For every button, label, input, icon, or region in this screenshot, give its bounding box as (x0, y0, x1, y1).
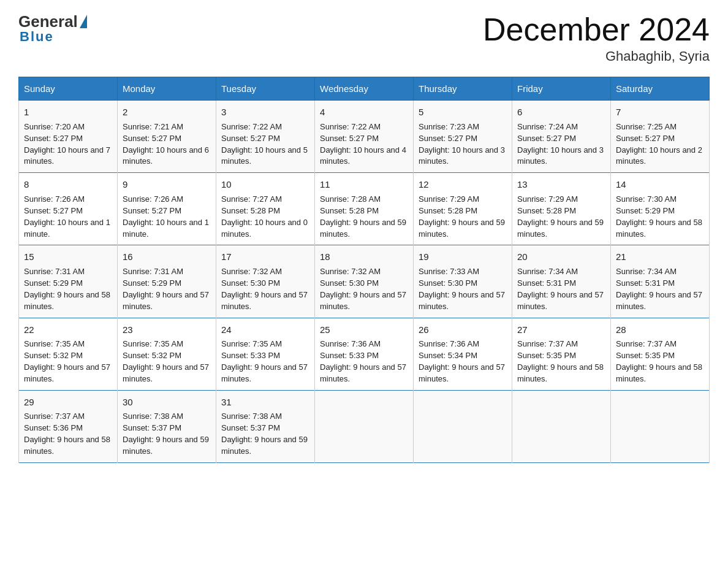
day-number: 3 (221, 105, 309, 119)
calendar-cell: 20Sunrise: 7:34 AMSunset: 5:31 PMDayligh… (512, 245, 611, 318)
title-block: December 2024 Ghabaghib, Syria (483, 12, 710, 64)
day-number: 15 (24, 250, 112, 264)
logo-triangle-icon (80, 15, 87, 28)
header-wednesday: Wednesday (315, 77, 414, 101)
day-number: 24 (221, 323, 309, 337)
day-info: Sunrise: 7:34 AMSunset: 5:31 PMDaylight:… (517, 267, 604, 311)
day-number: 17 (221, 250, 309, 264)
header-tuesday: Tuesday (216, 77, 315, 101)
day-number: 4 (320, 105, 408, 119)
calendar-cell: 18Sunrise: 7:32 AMSunset: 5:30 PMDayligh… (315, 245, 414, 318)
day-info: Sunrise: 7:37 AMSunset: 5:35 PMDaylight:… (517, 339, 604, 383)
calendar-table: Sunday Monday Tuesday Wednesday Thursday… (18, 77, 710, 463)
header-friday: Friday (512, 77, 611, 101)
header-thursday: Thursday (414, 77, 512, 101)
calendar-cell: 28Sunrise: 7:37 AMSunset: 5:35 PMDayligh… (611, 318, 710, 390)
day-number: 7 (616, 105, 704, 119)
day-info: Sunrise: 7:24 AMSunset: 5:27 PMDaylight:… (517, 122, 604, 166)
calendar-week-row: 15Sunrise: 7:31 AMSunset: 5:29 PMDayligh… (19, 245, 710, 318)
calendar-subtitle: Ghabaghib, Syria (483, 48, 710, 64)
day-number: 23 (123, 323, 211, 337)
day-number: 6 (517, 105, 605, 119)
calendar-cell: 3Sunrise: 7:22 AMSunset: 5:27 PMDaylight… (216, 101, 315, 173)
day-number: 30 (123, 396, 211, 409)
calendar-cell: 5Sunrise: 7:23 AMSunset: 5:27 PMDaylight… (414, 101, 512, 173)
calendar-cell: 29Sunrise: 7:37 AMSunset: 5:36 PMDayligh… (19, 390, 118, 462)
day-info: Sunrise: 7:37 AMSunset: 5:35 PMDaylight:… (616, 339, 702, 383)
calendar-cell: 30Sunrise: 7:38 AMSunset: 5:37 PMDayligh… (118, 390, 216, 462)
calendar-week-row: 8Sunrise: 7:26 AMSunset: 5:27 PMDaylight… (19, 173, 710, 245)
calendar-cell: 22Sunrise: 7:35 AMSunset: 5:32 PMDayligh… (19, 318, 118, 390)
calendar-cell: 27Sunrise: 7:37 AMSunset: 5:35 PMDayligh… (512, 318, 611, 390)
calendar-cell: 16Sunrise: 7:31 AMSunset: 5:29 PMDayligh… (118, 245, 216, 318)
day-info: Sunrise: 7:34 AMSunset: 5:31 PMDaylight:… (616, 267, 702, 311)
calendar-cell: 10Sunrise: 7:27 AMSunset: 5:28 PMDayligh… (216, 173, 315, 245)
calendar-cell (414, 390, 512, 462)
day-info: Sunrise: 7:36 AMSunset: 5:33 PMDaylight:… (320, 339, 406, 383)
day-number: 21 (616, 250, 704, 264)
calendar-cell: 17Sunrise: 7:32 AMSunset: 5:30 PMDayligh… (216, 245, 315, 318)
header-saturday: Saturday (611, 77, 710, 101)
calendar-cell: 23Sunrise: 7:35 AMSunset: 5:32 PMDayligh… (118, 318, 216, 390)
day-info: Sunrise: 7:38 AMSunset: 5:37 PMDaylight:… (221, 412, 308, 456)
day-number: 16 (123, 250, 211, 264)
day-number: 22 (24, 323, 112, 337)
day-number: 2 (123, 105, 211, 119)
day-number: 31 (221, 396, 309, 409)
day-info: Sunrise: 7:29 AMSunset: 5:28 PMDaylight:… (419, 194, 505, 239)
calendar-cell: 8Sunrise: 7:26 AMSunset: 5:27 PMDaylight… (19, 173, 118, 245)
calendar-cell: 15Sunrise: 7:31 AMSunset: 5:29 PMDayligh… (19, 245, 118, 318)
day-info: Sunrise: 7:33 AMSunset: 5:30 PMDaylight:… (419, 267, 505, 311)
day-number: 14 (616, 178, 704, 191)
day-number: 8 (24, 178, 112, 191)
day-info: Sunrise: 7:31 AMSunset: 5:29 PMDaylight:… (24, 267, 110, 311)
day-number: 20 (517, 250, 605, 264)
day-info: Sunrise: 7:20 AMSunset: 5:27 PMDaylight:… (24, 122, 110, 166)
logo-blue-text: Blue (18, 29, 54, 45)
day-info: Sunrise: 7:38 AMSunset: 5:37 PMDaylight:… (123, 412, 209, 456)
day-number: 27 (517, 323, 605, 337)
day-info: Sunrise: 7:35 AMSunset: 5:32 PMDaylight:… (123, 339, 209, 383)
day-info: Sunrise: 7:35 AMSunset: 5:33 PMDaylight:… (221, 339, 308, 383)
day-number: 19 (419, 250, 507, 264)
calendar-week-row: 29Sunrise: 7:37 AMSunset: 5:36 PMDayligh… (19, 390, 710, 462)
calendar-cell: 9Sunrise: 7:26 AMSunset: 5:27 PMDaylight… (118, 173, 216, 245)
calendar-cell: 1Sunrise: 7:20 AMSunset: 5:27 PMDaylight… (19, 101, 118, 173)
day-info: Sunrise: 7:32 AMSunset: 5:30 PMDaylight:… (221, 267, 308, 311)
day-number: 5 (419, 105, 507, 119)
calendar-cell: 24Sunrise: 7:35 AMSunset: 5:33 PMDayligh… (216, 318, 315, 390)
calendar-cell: 31Sunrise: 7:38 AMSunset: 5:37 PMDayligh… (216, 390, 315, 462)
day-number: 12 (419, 178, 507, 191)
day-number: 29 (24, 396, 112, 409)
calendar-cell: 6Sunrise: 7:24 AMSunset: 5:27 PMDaylight… (512, 101, 611, 173)
day-number: 18 (320, 250, 408, 264)
day-number: 28 (616, 323, 704, 337)
day-info: Sunrise: 7:29 AMSunset: 5:28 PMDaylight:… (517, 194, 604, 239)
day-info: Sunrise: 7:31 AMSunset: 5:29 PMDaylight:… (123, 267, 209, 311)
header-sunday: Sunday (19, 77, 118, 101)
calendar-cell: 12Sunrise: 7:29 AMSunset: 5:28 PMDayligh… (414, 173, 512, 245)
header-monday: Monday (118, 77, 216, 101)
day-info: Sunrise: 7:28 AMSunset: 5:28 PMDaylight:… (320, 194, 406, 239)
day-info: Sunrise: 7:26 AMSunset: 5:27 PMDaylight:… (24, 194, 110, 239)
day-info: Sunrise: 7:35 AMSunset: 5:32 PMDaylight:… (24, 339, 110, 383)
logo: General Blue (18, 12, 87, 45)
calendar-cell: 11Sunrise: 7:28 AMSunset: 5:28 PMDayligh… (315, 173, 414, 245)
calendar-cell: 7Sunrise: 7:25 AMSunset: 5:27 PMDaylight… (611, 101, 710, 173)
day-info: Sunrise: 7:36 AMSunset: 5:34 PMDaylight:… (419, 339, 505, 383)
day-info: Sunrise: 7:22 AMSunset: 5:27 PMDaylight:… (320, 122, 406, 166)
calendar-week-row: 1Sunrise: 7:20 AMSunset: 5:27 PMDaylight… (19, 101, 710, 173)
day-info: Sunrise: 7:32 AMSunset: 5:30 PMDaylight:… (320, 267, 406, 311)
day-info: Sunrise: 7:37 AMSunset: 5:36 PMDaylight:… (24, 412, 110, 456)
calendar-cell: 13Sunrise: 7:29 AMSunset: 5:28 PMDayligh… (512, 173, 611, 245)
day-info: Sunrise: 7:27 AMSunset: 5:28 PMDaylight:… (221, 194, 308, 239)
day-number: 26 (419, 323, 507, 337)
calendar-cell: 25Sunrise: 7:36 AMSunset: 5:33 PMDayligh… (315, 318, 414, 390)
calendar-cell: 2Sunrise: 7:21 AMSunset: 5:27 PMDaylight… (118, 101, 216, 173)
day-number: 9 (123, 178, 211, 191)
calendar-cell (611, 390, 710, 462)
day-info: Sunrise: 7:21 AMSunset: 5:27 PMDaylight:… (123, 122, 209, 166)
day-number: 1 (24, 105, 112, 119)
day-number: 11 (320, 178, 408, 191)
day-number: 25 (320, 323, 408, 337)
